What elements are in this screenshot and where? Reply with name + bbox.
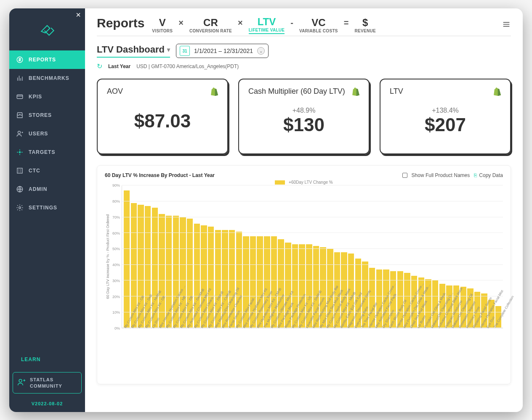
- refresh-icon[interactable]: ↻: [97, 62, 102, 70]
- formula-term-visitors[interactable]: VVISITORS: [152, 17, 173, 34]
- chart-panel: 60 Day LTV % Increase By Product - Last …: [97, 165, 511, 384]
- metric-card: Cash Multiplier (60 Day LTV)+48.9%$130: [238, 79, 370, 154]
- show-full-names-label: Show Full Product Names: [412, 172, 470, 178]
- formula-term-revenue[interactable]: $REVENUE: [355, 17, 376, 34]
- chart-bar[interactable]: [124, 190, 130, 328]
- date-range-picker[interactable]: 31 1/1/2021 – 12/31/2021 ⌄: [176, 44, 269, 58]
- nav: REPORTSBENCHMARKSKPISSTORESUSERSTARGETSC…: [9, 50, 85, 217]
- metric-card: LTV+138.4%$207: [380, 79, 511, 154]
- copy-icon: ⎘: [474, 172, 477, 178]
- sidebar-item-admin[interactable]: ADMIN: [9, 180, 85, 198]
- sidebar-item-label: BENCHMARKS: [29, 75, 69, 81]
- shopify-icon: [352, 87, 359, 96]
- legend-label: +60Day LTV Change %: [289, 180, 333, 185]
- sidebar-item-ctc[interactable]: CTC: [9, 161, 85, 180]
- bar-chart-icon: [16, 74, 24, 82]
- svg-point-6: [19, 207, 21, 209]
- sidebar-item-label: KPIS: [29, 94, 42, 100]
- last-year-label: Last Year: [108, 63, 130, 69]
- y-axis-ticks: 90%80%70%60%50%40%30%20%10%0%: [111, 185, 122, 328]
- formula-operator: ×: [178, 18, 184, 32]
- version-label: V2022-08-02: [9, 398, 85, 412]
- chart-header: 60 Day LTV % Increase By Product - Last …: [105, 172, 503, 178]
- metric-card: AOV$87.03: [97, 79, 228, 154]
- globe-icon: [16, 185, 24, 193]
- chevron-down-icon: ▾: [167, 46, 170, 53]
- svg-point-3: [19, 151, 21, 153]
- community-line1: STATLAS: [30, 377, 53, 382]
- shopify-icon: [493, 87, 501, 96]
- chevron-down-icon: ⌄: [257, 47, 265, 55]
- card-icon: [16, 93, 24, 100]
- svg-point-8: [19, 379, 22, 382]
- app-root: × REPORTSBENCHMARKSKPISSTORESUSERSTARGET…: [9, 8, 523, 412]
- sidebar-item-label: ADMIN: [29, 186, 47, 192]
- sidebar-item-label: STORES: [29, 112, 52, 118]
- sidebar-item-label: TARGETS: [29, 149, 55, 155]
- community-icon: [17, 378, 26, 388]
- formula-bar: VVISITORS×CRCONVERSION RATE×LTVLIFETIME …: [152, 16, 494, 34]
- svg-rect-4: [17, 168, 22, 173]
- sidebar-item-stores[interactable]: STORES: [9, 106, 85, 124]
- learn-link[interactable]: LEARN: [9, 351, 85, 368]
- x-axis-labels: My Custom Mini Kit - OBMy Custom Mini Ki…: [124, 330, 503, 380]
- formula-term-conversion-rate[interactable]: CRCONVERSION RATE: [189, 17, 232, 34]
- card-value: $207: [425, 114, 466, 135]
- formula-term-lifetime-value[interactable]: LTVLIFETIME VALUE: [249, 16, 285, 34]
- legend-swatch: [275, 180, 285, 185]
- card-title: AOV: [107, 87, 123, 96]
- metric-cards: AOV$87.03Cash Multiplier (60 Day LTV)+48…: [97, 79, 511, 154]
- copy-data-button[interactable]: ⎘ Copy Data: [474, 172, 503, 178]
- dashboard-label: LTV Dashboard: [97, 44, 165, 55]
- formula-operator: =: [344, 18, 349, 32]
- info-row: ↻ Last Year USD | GMT-0700 America/Los_A…: [97, 62, 511, 70]
- date-range-text: 1/1/2021 – 12/31/2021: [194, 48, 253, 54]
- chart-bar[interactable]: [159, 214, 165, 328]
- sidebar-item-label: REPORTS: [29, 57, 56, 63]
- copy-data-label: Copy Data: [479, 172, 503, 178]
- show-full-names-checkbox[interactable]: [402, 173, 407, 178]
- formula-operator: ×: [238, 18, 243, 32]
- card-delta: +48.9%: [293, 107, 316, 114]
- shopify-icon: [210, 87, 218, 96]
- sidebar-item-label: USERS: [29, 131, 48, 137]
- card-delta: +138.4%: [432, 107, 459, 114]
- formula-term-variable-costs[interactable]: VCVARIABLE COSTS: [299, 17, 338, 34]
- user-plus-icon: [16, 130, 24, 137]
- card-title: Cash Multiplier (60 Day LTV): [248, 87, 345, 96]
- card-title: LTV: [390, 87, 403, 96]
- sidebar-item-kpis[interactable]: KPIS: [9, 87, 85, 106]
- svg-rect-1: [17, 95, 23, 99]
- svg-point-2: [18, 131, 21, 134]
- logo: [9, 8, 85, 50]
- sidebar-item-label: CTC: [29, 168, 40, 174]
- menu-icon[interactable]: [502, 20, 511, 31]
- card-value: $130: [283, 114, 325, 135]
- target-icon: [16, 148, 24, 156]
- community-button[interactable]: STATLASCOMMUNITY: [13, 372, 82, 394]
- formula-operator: -: [290, 18, 293, 32]
- close-icon[interactable]: ×: [76, 10, 81, 20]
- header: Reports VVISITORS×CRCONVERSION RATE×LTVL…: [97, 16, 511, 36]
- timezone-label: USD | GMT-0700 America/Los_Angeles(PDT): [136, 63, 239, 69]
- page-title: Reports: [97, 16, 144, 30]
- sidebar-item-users[interactable]: USERS: [9, 124, 85, 143]
- y-axis-label: 60 Day LTV Increase by % - Product First…: [105, 185, 111, 328]
- dollar-circle-icon: [16, 56, 24, 63]
- calendar-icon: 31: [180, 46, 190, 56]
- controls: LTV Dashboard ▾ 31 1/1/2021 – 12/31/2021…: [97, 44, 511, 58]
- dashboard-select[interactable]: LTV Dashboard ▾: [97, 44, 170, 58]
- sidebar: × REPORTSBENCHMARKSKPISSTORESUSERSTARGET…: [9, 8, 85, 412]
- sidebar-item-reports[interactable]: REPORTS: [9, 50, 85, 69]
- sidebar-item-benchmarks[interactable]: BENCHMARKS: [9, 69, 85, 87]
- sidebar-item-targets[interactable]: TARGETS: [9, 143, 85, 161]
- sidebar-item-settings[interactable]: SETTINGS: [9, 198, 85, 217]
- card-value: $87.03: [134, 111, 191, 132]
- store-icon: [16, 111, 24, 119]
- sidebar-item-label: SETTINGS: [29, 205, 57, 211]
- building-icon: [16, 167, 24, 174]
- main: Reports VVISITORS×CRCONVERSION RATE×LTVL…: [85, 8, 523, 412]
- chart-title: 60 Day LTV % Increase By Product - Last …: [105, 172, 215, 178]
- community-line2: COMMUNITY: [30, 383, 62, 388]
- gear-icon: [16, 204, 24, 211]
